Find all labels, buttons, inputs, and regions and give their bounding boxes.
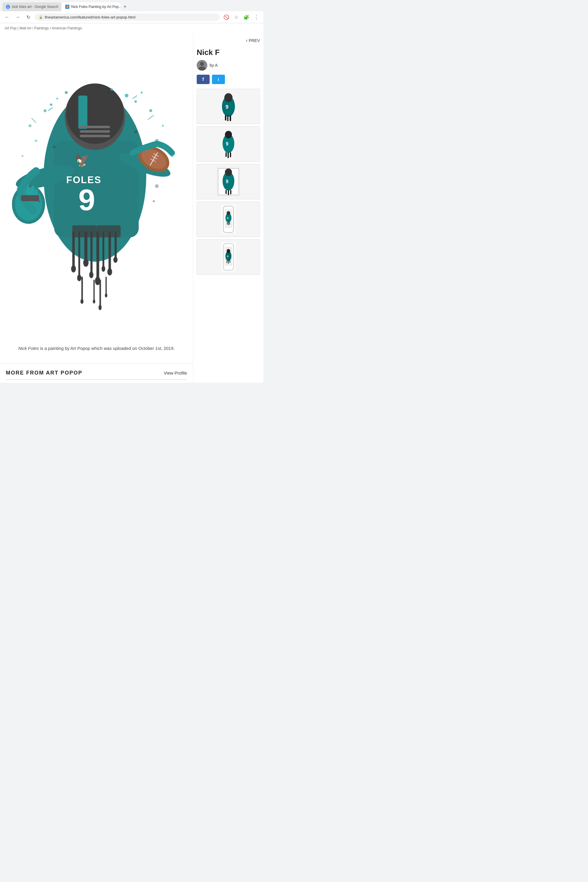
svg-point-37 [83,259,88,267]
artwork-caption: Nick Foles is a painting by Art Popop wh… [0,339,193,364]
svg-text:9: 9 [78,183,95,217]
thumbnail-item-3[interactable]: 9 [196,164,260,200]
prev-next-bar: ‹ PREV [196,38,260,43]
toolbar-icons: 🚫 ☆ 🧩 ⋮ [222,13,261,21]
twitter-share-button[interactable]: t [212,75,225,84]
svg-point-118 [226,249,230,253]
tab-bar: G nick foles art - Google Search ✕ 🎨 Nic… [0,2,263,11]
svg-rect-93 [225,152,226,157]
menu-button[interactable]: ⋮ [252,13,261,21]
artwork-image[interactable]: 🦅 FOLES 9 [6,39,187,333]
svg-point-36 [77,274,81,281]
tab-google-search[interactable]: G nick foles art - Google Search ✕ [2,2,61,11]
thumbnail-item-1[interactable]: 9 [196,89,260,124]
svg-rect-9 [80,130,110,133]
svg-point-62 [162,125,164,127]
artwork-container: 🦅 FOLES 9 [0,33,193,339]
svg-text:9: 9 [225,104,228,110]
breadcrumb-text: Art Pop | Wall Art / Paintings / America… [5,26,82,30]
thumbnail-item-2[interactable]: 9 [196,126,260,162]
bookmark-button[interactable]: ☆ [232,13,240,21]
svg-point-67 [134,130,137,133]
svg-point-57 [64,91,68,94]
svg-point-51 [50,104,52,106]
svg-point-65 [21,155,23,157]
main-area: 🦅 FOLES 9 [0,33,193,383]
breadcrumb: Art Pop | Wall Art / Paintings / America… [0,23,263,33]
svg-rect-31 [96,231,99,280]
svg-rect-101 [225,190,226,194]
svg-text:9: 9 [227,255,228,258]
svg-rect-30 [90,231,92,274]
new-tab-button[interactable]: + [121,3,129,11]
artwork-title-italic: Nick Foles [18,346,39,351]
svg-rect-45 [99,280,101,307]
svg-rect-111 [228,222,229,225]
facebook-share-button[interactable]: f [196,75,210,84]
view-profile-link[interactable]: View Profile [164,370,187,375]
svg-rect-77 [72,225,96,237]
svg-point-70 [155,184,159,188]
svg-rect-120 [228,261,229,264]
prev-label[interactable]: PREV [249,38,260,43]
svg-point-59 [149,109,152,112]
main-layout: 🦅 FOLES 9 [0,33,263,383]
svg-rect-78 [96,225,120,237]
extension-button[interactable]: 🧩 [242,13,250,21]
svg-point-42 [113,256,117,263]
url-text: fineartamerica.com/featured/nick-foles-a… [45,15,135,20]
svg-point-109 [226,211,230,215]
more-from-title: MORE FROM ART POPOP [6,370,82,376]
twitter-icon: t [218,77,219,82]
no-camera-icon: 🚫 [224,14,230,20]
svg-rect-10 [80,135,110,137]
no-camera-icon-button[interactable]: 🚫 [222,13,231,21]
svg-point-58 [110,88,112,90]
extension-icon: 🧩 [243,14,249,20]
svg-rect-46 [105,277,107,295]
svg-text:9: 9 [226,179,228,184]
svg-point-80 [200,62,204,66]
forward-button[interactable]: → [14,13,22,21]
back-button[interactable]: ← [3,13,11,21]
svg-point-100 [225,168,232,176]
svg-text:9: 9 [226,141,228,146]
svg-rect-110 [227,222,228,225]
svg-point-71 [28,184,32,188]
facebook-icon: f [202,77,204,82]
svg-rect-94 [228,152,229,158]
svg-rect-7 [78,96,87,129]
svg-rect-103 [230,190,231,194]
svg-point-48 [93,299,95,303]
svg-point-40 [101,266,105,272]
social-buttons: f t [196,75,260,84]
svg-rect-95 [230,152,231,157]
svg-rect-121 [230,261,230,263]
svg-point-68 [153,200,154,202]
refresh-button[interactable]: ↻ [24,13,32,21]
tab-fineartamerica[interactable]: 🎨 Nick Foles Painting by Art Pop... ✕ [62,2,120,11]
svg-rect-28 [78,231,80,277]
artist-name[interactable]: by A [210,63,218,68]
svg-rect-87 [227,115,228,121]
tab-fineartamerica-label: Nick Foles Painting by Art Pop... [71,5,120,9]
svg-point-66 [53,146,55,148]
thumbnail-item-4[interactable]: 9 [196,202,260,237]
svg-point-35 [71,265,76,273]
svg-point-56 [141,92,142,93]
svg-point-85 [224,93,232,102]
svg-point-47 [81,299,84,304]
svg-rect-44 [93,280,94,301]
artwork-caption-rest: is a painting by Art Popop which was upl… [39,346,175,351]
address-bar[interactable]: 🔒 fineartamerica.com/featured/nick-foles… [35,14,220,21]
svg-rect-88 [230,115,231,121]
artist-avatar[interactable] [196,60,207,70]
artist-row: by A [196,60,260,70]
svg-rect-43 [81,277,83,301]
right-sidebar: ‹ PREV Nick F by A f [193,33,263,383]
svg-rect-112 [230,222,230,225]
svg-point-53 [44,109,46,112]
svg-point-63 [28,124,32,127]
address-bar-row: ← → ↻ 🔒 fineartamerica.com/featured/nick… [0,11,263,23]
thumbnail-item-5[interactable]: 9 [196,239,260,274]
